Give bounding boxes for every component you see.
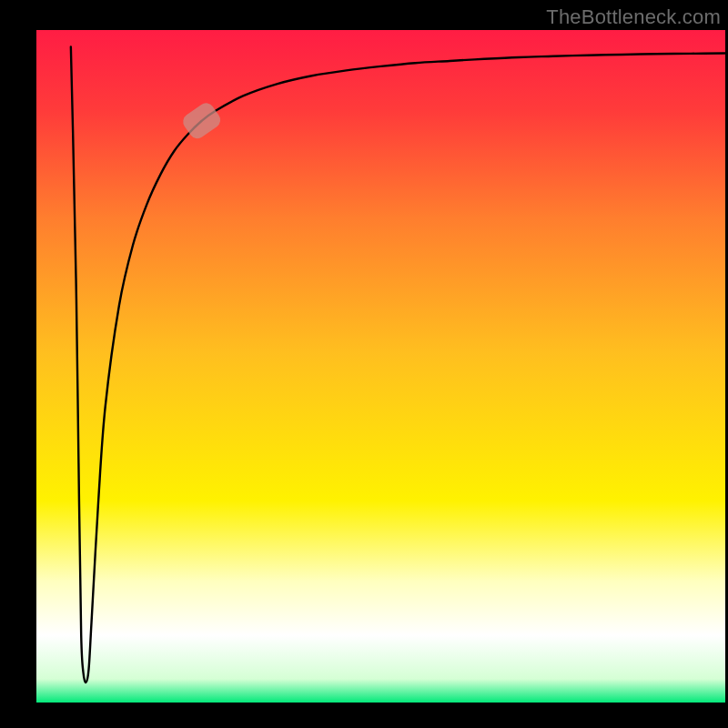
plot-background (36, 30, 725, 703)
watermark-text: TheBottleneck.com (546, 5, 721, 29)
chart-stage: TheBottleneck.com (0, 0, 728, 728)
bottleneck-chart (0, 0, 728, 728)
